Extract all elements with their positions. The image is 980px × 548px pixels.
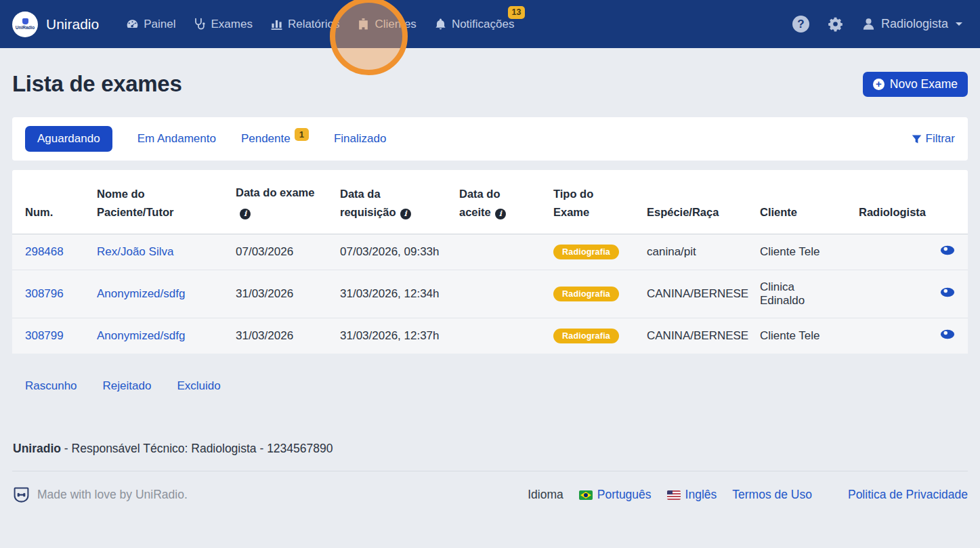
col-accept-date: Data do aceitei bbox=[446, 170, 540, 234]
col-client: Cliente bbox=[747, 170, 846, 234]
radiologist-cell bbox=[846, 318, 927, 354]
logo-shield-icon bbox=[22, 18, 28, 24]
table-row: 308799 Anonymized/sdfg 31/03/2026 31/03/… bbox=[12, 318, 968, 354]
exam-date-cell: 31/03/2026 bbox=[223, 318, 327, 354]
link-excluido[interactable]: Excluido bbox=[177, 379, 220, 393]
exams-table: Num. Nome do Paciente/Tutor Data do exam… bbox=[12, 170, 968, 354]
client-cell: Cliente Tele bbox=[747, 234, 846, 270]
company-name: Uniradio bbox=[13, 442, 61, 455]
view-exam-icon[interactable] bbox=[940, 287, 955, 301]
tab-pendente[interactable]: Pendente1 bbox=[241, 132, 309, 146]
status-links: Rascunho Rejeitado Excluido bbox=[12, 379, 968, 393]
request-date-cell: 31/03/2026, 12:37h bbox=[327, 318, 446, 354]
company-info: Uniradio - Responsável Técnico: Radiolog… bbox=[12, 442, 968, 456]
pendente-count-badge: 1 bbox=[295, 128, 309, 141]
new-exam-button[interactable]: + Novo Exame bbox=[863, 72, 968, 97]
nav-label-relatorios: Relatórios bbox=[288, 18, 340, 31]
privacy-link[interactable]: Politica de Privacidade bbox=[848, 488, 968, 502]
filter-button[interactable]: Filtrar bbox=[912, 132, 955, 146]
tab-finalizado[interactable]: Finalizado bbox=[334, 132, 387, 146]
navbar-right: ? Radiologista bbox=[792, 16, 962, 33]
lang-ingles-link[interactable]: Inglês bbox=[667, 488, 717, 502]
exam-num-link[interactable]: 308799 bbox=[25, 329, 64, 342]
col-patient: Nome do Paciente/Tutor bbox=[84, 170, 223, 234]
exam-type-badge: Radiografia bbox=[553, 329, 619, 343]
brand[interactable]: UniRadio Uniradio bbox=[12, 12, 99, 37]
lang-en-label: Inglês bbox=[685, 488, 717, 502]
info-icon[interactable]: i bbox=[400, 209, 411, 219]
filter-label: Filtrar bbox=[926, 132, 955, 146]
col-actions bbox=[927, 170, 968, 234]
col-species: Espécie/Raça bbox=[634, 170, 747, 234]
tab-bar: Aguardando Em Andamento Pendente1 Finali… bbox=[12, 117, 968, 161]
patient-link[interactable]: Anonymized/sdfg bbox=[97, 287, 185, 300]
nav-label-clientes: Clientes bbox=[375, 18, 416, 31]
nav-item-relatorios[interactable]: Relatórios bbox=[270, 18, 340, 31]
accept-date-cell bbox=[446, 234, 540, 270]
table-row: 308796 Anonymized/sdfg 31/03/2026 31/03/… bbox=[12, 270, 968, 318]
filter-icon bbox=[912, 134, 922, 144]
chevron-down-icon bbox=[956, 22, 962, 26]
hospital-icon bbox=[357, 18, 370, 30]
exam-num-link[interactable]: 298468 bbox=[25, 245, 64, 258]
link-rascunho[interactable]: Rascunho bbox=[25, 379, 77, 393]
nav-items: Painel Exames Relatórios Clientes Notifi… bbox=[126, 18, 532, 31]
company-details: - Responsável Técnico: Radiologista - 12… bbox=[64, 442, 333, 455]
tab-aguardando[interactable]: Aguardando bbox=[25, 126, 112, 152]
main-content: Lista de exames + Novo Exame Aguardando … bbox=[0, 71, 980, 518]
exam-type-badge: Radiografia bbox=[553, 245, 619, 259]
exam-date-cell: 07/03/2026 bbox=[223, 234, 327, 270]
notifications-count-badge: 13 bbox=[508, 6, 526, 19]
info-icon[interactable]: i bbox=[240, 209, 251, 219]
brazil-flag-icon bbox=[579, 490, 593, 500]
accept-date-cell bbox=[446, 270, 540, 318]
gear-icon[interactable] bbox=[828, 16, 843, 32]
nav-item-painel[interactable]: Painel bbox=[126, 18, 175, 31]
page-title: Lista de exames bbox=[12, 71, 182, 97]
patient-link[interactable]: Anonymized/sdfg bbox=[97, 329, 185, 342]
stethoscope-icon bbox=[193, 18, 206, 30]
nav-item-notificacoes[interactable]: Notificações 13 bbox=[434, 18, 515, 31]
terms-link[interactable]: Termos de Uso bbox=[732, 488, 812, 502]
species-cell: CANINA/BERNESE bbox=[634, 318, 747, 354]
table-header-row: Num. Nome do Paciente/Tutor Data do exam… bbox=[12, 170, 968, 234]
link-rejeitado[interactable]: Rejeitado bbox=[103, 379, 152, 393]
table-row: 298468 Rex/João Silva 07/03/2026 07/03/2… bbox=[12, 234, 968, 270]
uniradio-logo: UniRadio bbox=[12, 12, 38, 37]
tab-pendente-label: Pendente bbox=[241, 132, 291, 145]
user-menu[interactable]: Radiologista bbox=[861, 17, 962, 31]
col-exam-type: Tipo do Exame bbox=[540, 170, 634, 234]
plus-circle-icon: + bbox=[873, 79, 885, 90]
nav-item-clientes[interactable]: Clientes bbox=[357, 18, 416, 31]
exams-table-card: Num. Nome do Paciente/Tutor Data do exam… bbox=[12, 170, 968, 354]
nav-label-exames: Exames bbox=[211, 18, 252, 31]
bell-icon bbox=[434, 18, 447, 30]
request-date-cell: 07/03/2026, 09:33h bbox=[327, 234, 446, 270]
exam-type-badge: Radiografia bbox=[553, 287, 619, 301]
info-icon[interactable]: i bbox=[495, 209, 506, 219]
nav-item-exames[interactable]: Exames bbox=[193, 18, 252, 31]
view-exam-icon[interactable] bbox=[940, 245, 955, 259]
radiologist-cell bbox=[846, 234, 927, 270]
lang-portugues-link[interactable]: Português bbox=[579, 488, 652, 502]
new-exam-label: Novo Exame bbox=[890, 77, 958, 91]
exam-num-link[interactable]: 308796 bbox=[25, 287, 64, 300]
species-cell: canina/pit bbox=[634, 234, 747, 270]
client-cell: Cliente Tele bbox=[747, 318, 846, 354]
tab-em-andamento[interactable]: Em Andamento bbox=[137, 132, 216, 146]
view-exam-icon[interactable] bbox=[940, 329, 955, 343]
col-request-date: Data da requisiçãoi bbox=[327, 170, 446, 234]
user-icon bbox=[861, 17, 876, 31]
us-flag-icon bbox=[667, 490, 681, 500]
request-date-cell: 31/03/2026, 12:34h bbox=[327, 270, 446, 318]
exam-date-cell: 31/03/2026 bbox=[223, 270, 327, 318]
bar-chart-icon bbox=[270, 18, 283, 30]
radiologist-cell bbox=[846, 270, 927, 318]
help-icon[interactable]: ? bbox=[792, 16, 809, 33]
logo-text: UniRadio bbox=[16, 25, 35, 30]
credits: Made with love by UniRadio. bbox=[12, 486, 188, 504]
client-cell: Clinica Edinaldo bbox=[747, 270, 846, 318]
patient-link[interactable]: Rex/João Silva bbox=[97, 245, 173, 258]
footer-links: Idioma Português Inglês Termos de Uso Po… bbox=[528, 488, 968, 502]
uniradio-bone-icon bbox=[12, 486, 30, 504]
